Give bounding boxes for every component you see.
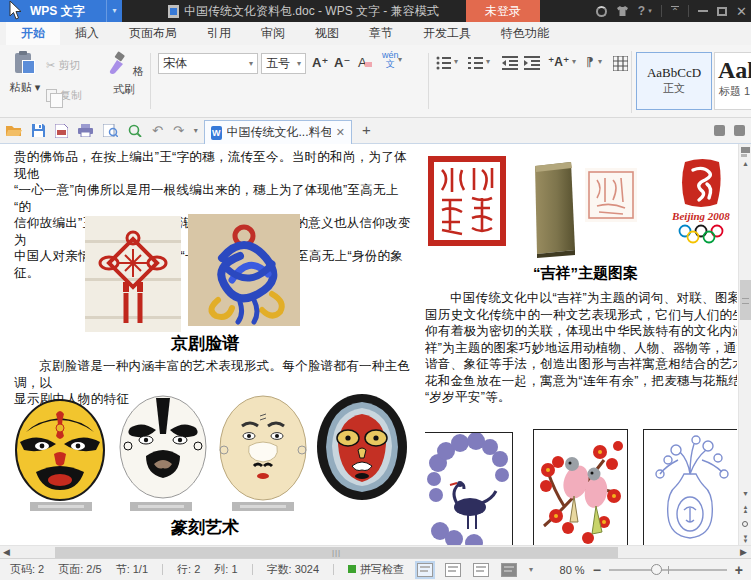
outline-view-icon[interactable]	[473, 563, 489, 577]
tab-view[interactable]: 视图	[300, 22, 354, 45]
zoom-slider-handle[interactable]	[651, 564, 662, 575]
zoom-in-icon[interactable]: +	[735, 562, 743, 578]
tab-section[interactable]: 章节	[354, 22, 408, 45]
vertical-scrollbar[interactable]: ▲ ▼ ▲▲ ▼▼	[738, 144, 751, 545]
font-size-combo[interactable]: 五号▾	[261, 53, 306, 74]
tab-references[interactable]: 引用	[192, 22, 246, 45]
app-menu-chevron-icon[interactable]: ▾	[106, 0, 122, 22]
view-chevron-icon[interactable]: ▾	[529, 565, 533, 574]
help-chevron-icon[interactable]: ▾	[648, 7, 652, 15]
zoom-slider[interactable]	[609, 569, 727, 571]
new-tab-button[interactable]: +	[362, 121, 371, 138]
window-title: 中国传统文化资料包.doc - WPS 文字 - 兼容模式	[184, 3, 439, 20]
character-scale-chevron-icon[interactable]: ▾	[572, 57, 576, 66]
status-page-number: 页码: 2	[10, 562, 44, 577]
tab-review[interactable]: 审阅	[246, 22, 300, 45]
wps-doc-icon: W	[211, 126, 222, 140]
undo-icon[interactable]: ↶	[152, 123, 163, 138]
document-tab[interactable]: W 中国传统文化...料包.doc ✕	[204, 120, 352, 144]
login-button[interactable]: 未登录	[466, 0, 540, 22]
app-name: WPS 文字	[30, 3, 85, 20]
pinyin-guide-button[interactable]: wén 文	[382, 51, 399, 69]
text-grid-button[interactable]	[610, 53, 630, 73]
undo-chevron-icon[interactable]: ▾	[194, 126, 198, 135]
status-bar: 页码: 2 页面: 2/5 节: 1/1 行: 2 列: 1 字数: 3024 …	[0, 558, 751, 580]
tab-special-features[interactable]: 特色功能	[486, 22, 564, 45]
clear-format-button[interactable]: A	[358, 55, 372, 70]
copy-button[interactable]: 复制	[46, 85, 98, 105]
titlebar-divider	[661, 5, 662, 17]
tab-insert[interactable]: 插入	[60, 22, 114, 45]
close-icon[interactable]: ✕	[736, 4, 747, 19]
paragraph-mark-button[interactable]: ⁋	[586, 55, 594, 69]
collapse-ribbon-icon[interactable]: ⌃	[671, 6, 679, 17]
save-icon[interactable]	[32, 124, 45, 137]
skin-theme-icon[interactable]	[616, 5, 629, 17]
character-scale-button[interactable]: ⁺A⁺	[548, 55, 569, 69]
tab-developer[interactable]: 开发工具	[408, 22, 486, 45]
bullets-button[interactable]	[434, 53, 454, 73]
print-icon[interactable]	[78, 124, 93, 137]
decrease-indent-button[interactable]	[500, 53, 520, 73]
grow-font-button[interactable]: A⁺	[312, 55, 328, 70]
paragraph-mark-chevron-icon[interactable]: ▾	[598, 57, 602, 66]
open-file-icon[interactable]	[6, 124, 22, 137]
paste-button[interactable]: 粘贴 ▾	[8, 51, 42, 95]
style-normal-name: 正文	[637, 81, 711, 96]
bullets-chevron-icon[interactable]: ▾	[454, 57, 458, 66]
select-browse-object-icon[interactable]	[742, 521, 748, 527]
cut-label: 剪切	[58, 58, 80, 73]
scroll-up-icon[interactable]: ▲	[739, 160, 751, 167]
web-view-icon[interactable]	[445, 563, 461, 577]
opera-mask-white-image	[116, 394, 210, 500]
zoom-percent[interactable]: 80 %	[560, 564, 585, 576]
tab-page-layout[interactable]: 页面布局	[114, 22, 192, 45]
tab-home[interactable]: 开始	[6, 22, 60, 45]
scroll-down-icon[interactable]: ▼	[739, 490, 751, 497]
beijing-2008-logo-image: Beijing 2008	[667, 158, 735, 246]
document-canvas[interactable]: 贵的佛饰品，在按上编出”王“字的穗，流传至今。当时的和尚，为了体现他 “一心一意…	[0, 144, 751, 558]
find-icon[interactable]	[128, 124, 142, 137]
tab-close-icon[interactable]: ✕	[336, 126, 345, 139]
help-icon[interactable]: ?	[638, 4, 645, 18]
status-spellcheck[interactable]: 拼写检查	[348, 562, 404, 577]
document-tab-title: 中国传统文化...料包.doc	[227, 124, 331, 141]
previous-page-icon[interactable]: ▲▲	[739, 505, 751, 513]
tabbar-tool-icon[interactable]	[714, 125, 725, 136]
horizontal-scroll-thumb[interactable]	[55, 547, 618, 558]
minimize-icon[interactable]	[698, 10, 708, 12]
scroll-right-icon[interactable]: ▶	[740, 546, 747, 558]
status-word-count[interactable]: 字数: 3024	[267, 562, 320, 577]
pinyin-chevron-icon[interactable]: ▾	[398, 55, 402, 64]
horizontal-scrollbar[interactable]: ◀ ▶	[0, 545, 751, 558]
style-heading1[interactable]: Aal 标题 1	[714, 52, 751, 110]
next-page-icon[interactable]: ▼▼	[739, 535, 751, 543]
chinese-knot-red-image	[85, 216, 181, 332]
opera-mask-yellow-image	[12, 398, 109, 502]
print-preview-icon[interactable]	[103, 124, 118, 137]
numbering-button[interactable]	[466, 53, 486, 73]
paste-label: 粘贴	[10, 81, 32, 93]
scissors-icon: ✂	[46, 59, 55, 72]
vertical-scroll-thumb[interactable]	[740, 280, 751, 320]
zoom-out-icon[interactable]: −	[593, 562, 601, 578]
shrink-font-button[interactable]: A⁻	[334, 55, 350, 70]
status-line: 行: 2	[177, 562, 200, 577]
numbering-chevron-icon[interactable]: ▾	[486, 57, 490, 66]
format-painter-button[interactable]: 格式刷	[102, 51, 146, 97]
heading-opera-masks: 京剧脸谱	[0, 332, 410, 355]
feedback-icon[interactable]	[596, 6, 607, 17]
font-name-combo[interactable]: 宋体▾	[158, 53, 258, 74]
ruler-toggle-icon[interactable]	[740, 146, 751, 157]
maximize-icon[interactable]	[717, 7, 727, 16]
increase-indent-button[interactable]	[522, 53, 542, 73]
page-view-icon[interactable]	[417, 563, 433, 577]
tabbar-tool-icon[interactable]	[734, 125, 745, 136]
scroll-left-icon[interactable]: ◀	[3, 546, 10, 558]
style-normal[interactable]: AaBbCcD 正文	[636, 52, 712, 110]
redo-icon[interactable]: ↷	[173, 123, 184, 138]
mask-caption	[130, 502, 192, 511]
cut-button[interactable]: ✂ 剪切	[46, 55, 98, 75]
export-pdf-icon[interactable]	[55, 124, 68, 138]
fullscreen-view-icon[interactable]	[501, 563, 517, 577]
